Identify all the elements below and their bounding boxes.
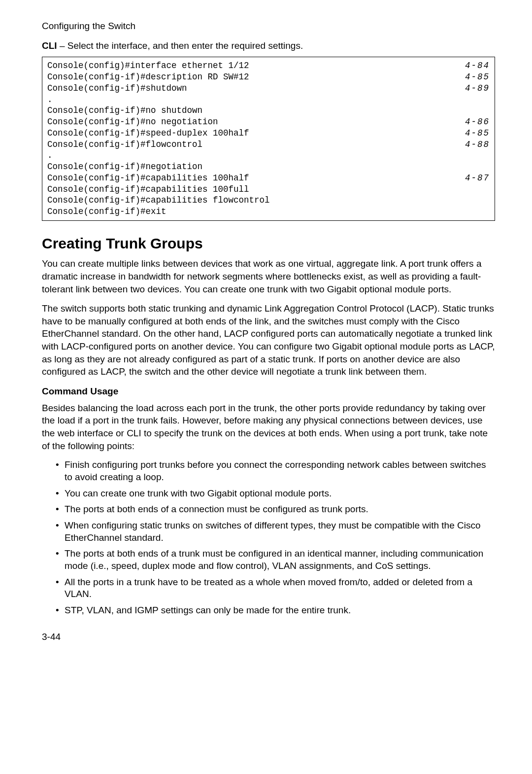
cli-intro: CLI – Select the interface, and then ent… (42, 39, 495, 52)
paragraph: Besides balancing the load across each p… (42, 402, 495, 453)
code-reference: 4-87 (465, 173, 490, 184)
code-row: Console(config-if)#no shutdown (47, 105, 490, 116)
paragraph: The switch supports both static trunking… (42, 302, 495, 378)
code-reference: 4-85 (465, 71, 490, 83)
code-command: Console(config-if)#capabilities 100full (47, 184, 249, 195)
code-reference: 4-85 (465, 128, 490, 139)
code-command: Console(config-if)#no negotiation (47, 116, 218, 128)
list-item: When configuring static trunks on switch… (65, 520, 495, 544)
page-number: 3-44 (42, 631, 495, 643)
code-row: Console(config-if)#flowcontrol4-88 (47, 139, 490, 150)
code-row: Console(config-if)#shutdown4-89 (47, 83, 490, 94)
code-command: Console(config-if)#description RD SW#12 (47, 71, 249, 83)
section-title: Creating Trunk Groups (42, 234, 495, 254)
code-reference: 4-84 (465, 60, 490, 71)
code-row: Console(config-if)#capabilities 100half4… (47, 173, 490, 184)
code-block: Console(config)#interface ethernet 1/124… (42, 57, 495, 221)
code-command: Console(config-if)#flowcontrol (47, 139, 202, 150)
code-command: Console(config-if)#capabilities 100half (47, 173, 249, 184)
code-row: Console(config)#interface ethernet 1/124… (47, 60, 490, 71)
code-command: . (47, 150, 53, 161)
command-usage-heading: Command Usage (42, 385, 495, 398)
code-reference: 4-86 (465, 116, 490, 128)
code-reference: 4-89 (465, 83, 490, 94)
code-command: Console(config-if)#no shutdown (47, 105, 202, 116)
code-command: Console(config-if)#speed-duplex 100half (47, 128, 249, 139)
list-item: The ports at both ends of a connection m… (65, 503, 495, 516)
list-item: STP, VLAN, and IGMP settings can only be… (65, 604, 495, 617)
code-row: Console(config-if)#speed-duplex 100half4… (47, 128, 490, 139)
code-row: Console(config-if)#capabilities flowcont… (47, 195, 490, 206)
code-row: Console(config-if)#no negotiation4-86 (47, 116, 490, 128)
code-command: . (47, 94, 53, 106)
code-row: Console(config-if)#capabilities 100full (47, 184, 490, 195)
code-row: Console(config-if)#description RD SW#124… (47, 71, 490, 83)
code-command: Console(config-if)#negotiation (47, 161, 202, 173)
code-row: Console(config-if)#exit (47, 206, 490, 217)
bullet-list: Finish configuring port trunks before yo… (42, 459, 495, 617)
code-command: Console(config-if)#shutdown (47, 83, 187, 94)
code-row: . (47, 150, 490, 161)
cli-text: – Select the interface, and then enter t… (57, 40, 303, 51)
code-command: Console(config-if)#exit (47, 206, 166, 217)
list-item: All the ports in a trunk have to be trea… (65, 576, 495, 600)
cli-label: CLI (42, 40, 57, 51)
page-header: Configuring the Switch (42, 20, 495, 33)
code-reference: 4-88 (465, 139, 490, 150)
list-item: Finish configuring port trunks before yo… (65, 459, 495, 483)
list-item: The ports at both ends of a trunk must b… (65, 548, 495, 572)
paragraph: You can create multiple links between de… (42, 257, 495, 295)
code-row: Console(config-if)#negotiation (47, 161, 490, 173)
code-command: Console(config-if)#capabilities flowcont… (47, 195, 270, 206)
list-item: You can create one trunk with two Gigabi… (65, 488, 495, 500)
code-row: . (47, 94, 490, 106)
code-command: Console(config)#interface ethernet 1/12 (47, 60, 249, 71)
